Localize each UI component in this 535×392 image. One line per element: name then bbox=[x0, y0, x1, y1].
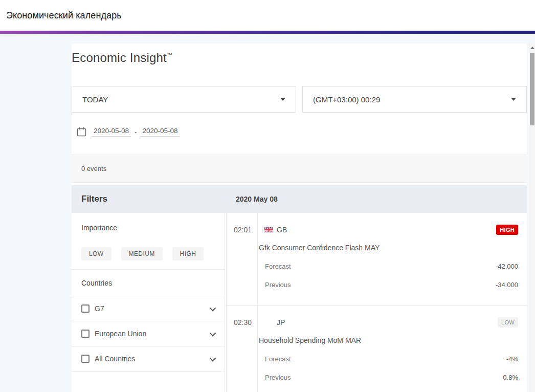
chevron-down-icon bbox=[210, 355, 216, 361]
timezone-dropdown-value: (GMT+03:00) 00:29 bbox=[313, 95, 380, 104]
date-range-dropdown-value: TODAY bbox=[82, 95, 108, 104]
countries-label: Countries bbox=[81, 279, 215, 287]
chevron-down-icon bbox=[210, 304, 216, 311]
date-range-dropdown[interactable]: TODAY bbox=[72, 86, 296, 113]
event-country-code: GB bbox=[277, 226, 287, 234]
page-background: Economic Insight™ TODAY (GMT+03:00) 00:2… bbox=[0, 34, 535, 392]
date-from-input[interactable]: 2020-05-08 bbox=[92, 127, 131, 137]
checkbox-all-countries[interactable] bbox=[81, 355, 90, 363]
trademark-symbol: ™ bbox=[167, 52, 172, 58]
page-title: Экономический календарь bbox=[6, 10, 122, 21]
vertical-scrollbar[interactable] bbox=[529, 43, 535, 392]
event-time: 02:30 bbox=[227, 306, 257, 392]
forecast-label: Forecast bbox=[265, 263, 291, 270]
checkbox-g7[interactable] bbox=[81, 304, 90, 313]
country-group-g7[interactable]: G7 bbox=[72, 296, 225, 321]
chevron-down-icon bbox=[280, 98, 285, 101]
event-row-jp[interactable]: 02:30 JP LOW Household Spending MoM MAR … bbox=[227, 306, 527, 392]
forecast-value: -42.000 bbox=[496, 263, 518, 270]
events-list: 02:01 bbox=[226, 213, 527, 392]
importance-medium-button[interactable]: MEDIUM bbox=[121, 247, 163, 260]
forecast-value: -4% bbox=[506, 355, 518, 363]
economic-calendar-widget: Economic Insight™ TODAY (GMT+03:00) 00:2… bbox=[72, 43, 527, 392]
country-group-label: European Union bbox=[95, 330, 146, 338]
day-header: 2020 May 08 bbox=[227, 195, 278, 203]
event-name: Gfk Consumer Confidence Flash MAY bbox=[258, 244, 518, 252]
previous-value: -34.000 bbox=[496, 281, 518, 289]
chevron-down-icon bbox=[210, 330, 216, 336]
country-group-label: G7 bbox=[95, 304, 104, 313]
section-header-band: Filters 2020 May 08 bbox=[72, 185, 527, 213]
scrollbar-thumb[interactable] bbox=[530, 53, 534, 125]
filters-panel: Importance LOW MEDIUM HIGH Countries G7 bbox=[72, 213, 225, 392]
flag-icon-jp bbox=[264, 319, 273, 325]
date-range-separator: - bbox=[135, 128, 137, 136]
flag-icon-gb bbox=[264, 227, 273, 233]
event-time: 02:01 bbox=[227, 213, 257, 305]
events-count-bar: 0 events bbox=[72, 155, 527, 183]
checkbox-european-union[interactable] bbox=[81, 330, 90, 338]
timezone-dropdown[interactable]: (GMT+03:00) 00:29 bbox=[302, 86, 527, 113]
previous-label: Previous bbox=[265, 281, 291, 289]
event-name: Household Spending MoM MAR bbox=[258, 336, 518, 344]
country-group-label: All Countries bbox=[95, 355, 135, 363]
page-header: Экономический календарь bbox=[0, 0, 535, 31]
country-group-all-countries[interactable]: All Countries bbox=[72, 346, 225, 372]
importance-low-button[interactable]: LOW bbox=[81, 247, 112, 260]
chevron-down-icon bbox=[511, 98, 516, 101]
previous-value: 0.8% bbox=[503, 374, 518, 381]
country-group-european-union[interactable]: European Union bbox=[72, 321, 225, 346]
event-country-code: JP bbox=[277, 318, 285, 326]
importance-badge-high: HIGH bbox=[496, 225, 518, 235]
filters-heading: Filters bbox=[72, 194, 227, 204]
calendar-icon bbox=[77, 127, 86, 137]
event-row-gb[interactable]: 02:01 bbox=[227, 213, 527, 306]
importance-badge-low: LOW bbox=[498, 317, 518, 328]
arrow-up-icon bbox=[530, 47, 534, 49]
importance-high-button[interactable]: HIGH bbox=[172, 247, 204, 260]
scrollbar-up-arrow[interactable] bbox=[529, 43, 535, 52]
widget-title: Economic Insight™ bbox=[72, 51, 517, 65]
events-count-text: 0 events bbox=[81, 165, 106, 172]
date-to-input[interactable]: 2020-05-08 bbox=[140, 127, 180, 137]
previous-label: Previous bbox=[265, 374, 291, 381]
importance-label: Importance bbox=[81, 224, 215, 232]
forecast-label: Forecast bbox=[265, 355, 291, 363]
